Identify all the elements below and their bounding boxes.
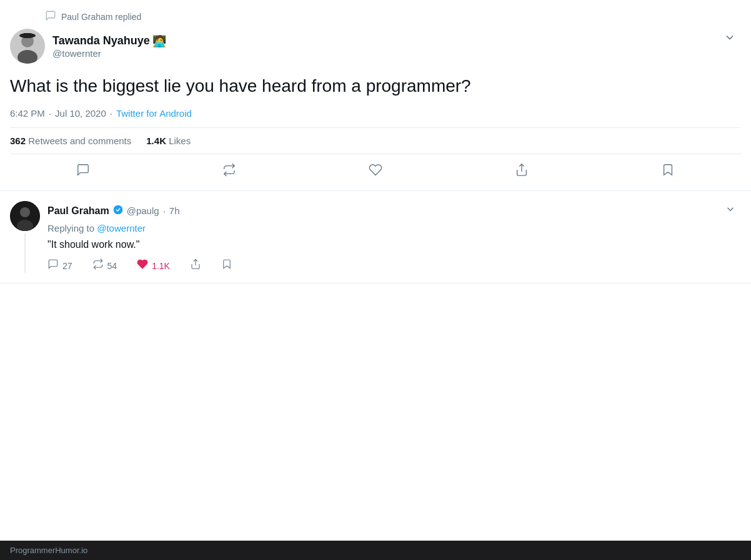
replying-to-handle[interactable]: @towernter	[97, 223, 146, 233]
retweet-stat[interactable]: 362 Retweets and comments	[10, 135, 131, 146]
dot-separator-2: ·	[110, 108, 112, 119]
likes-stat[interactable]: 1.4K Likes	[146, 135, 191, 146]
avatar[interactable]	[10, 29, 45, 64]
reply-retweet-icon	[92, 258, 104, 273]
reply-like-count: 1.1K	[152, 261, 170, 271]
reply-comment-count: 27	[62, 261, 72, 271]
reply-header: Paul Graham @paulg · 7h	[47, 201, 741, 220]
reply-like-icon	[137, 258, 148, 273]
reply-time: 7h	[169, 205, 180, 216]
reply-retweet-count: 54	[107, 261, 117, 271]
tweet-date: Jul 10, 2020	[55, 108, 106, 119]
retweet-count: 362	[10, 135, 26, 146]
comment-button[interactable]	[64, 157, 102, 183]
likes-label-text: Likes	[169, 135, 191, 146]
speech-bubble-icon	[45, 10, 56, 24]
tweet-author-left: Tawanda Nyahuye 🧑‍💻 @towernter	[10, 29, 166, 64]
thread-line	[24, 233, 26, 273]
reply-tweet-inner: Paul Graham @paulg · 7h	[10, 201, 741, 273]
reply-comment-icon	[47, 258, 59, 273]
page-wrapper: Paul Graham replied	[0, 0, 751, 560]
reply-share-action[interactable]	[190, 258, 201, 273]
svg-point-7	[20, 207, 30, 217]
author-info: Tawanda Nyahuye 🧑‍💻 @towernter	[52, 34, 166, 59]
verified-badge-icon	[113, 205, 123, 217]
author-name[interactable]: Tawanda Nyahuye 🧑‍💻	[52, 34, 166, 48]
tweet-source[interactable]: Twitter for Android	[116, 108, 192, 119]
svg-point-9	[113, 205, 122, 214]
replied-notice: Paul Graham replied	[45, 10, 741, 24]
reply-text: "It should work now."	[47, 237, 741, 252]
tweet-stats: 362 Retweets and comments 1.4K Likes	[10, 127, 741, 154]
reply-header-left: Paul Graham @paulg · 7h	[47, 205, 180, 217]
tweet-actions	[10, 154, 741, 190]
bookmark-button[interactable]	[649, 157, 687, 183]
reply-bookmark-icon	[221, 258, 232, 273]
reply-content: Paul Graham @paulg · 7h	[47, 201, 741, 273]
reply-dot: ·	[163, 205, 166, 216]
reply-share-icon	[190, 258, 201, 273]
footer-bar: ProgrammerHumor.io	[0, 541, 751, 560]
like-button[interactable]	[356, 157, 395, 183]
author-handle: @towernter	[52, 48, 166, 59]
tweet-text: What is the biggest lie you have heard f…	[10, 74, 741, 98]
reply-actions: 27 54	[47, 258, 741, 273]
reply-tweet: Paul Graham @paulg · 7h	[0, 191, 751, 283]
reply-bookmark-action[interactable]	[221, 258, 232, 273]
paul-graham-avatar[interactable]	[10, 201, 40, 231]
retweet-label-text: Retweets and comments	[28, 135, 131, 146]
share-button[interactable]	[502, 157, 541, 183]
reply-author-name[interactable]: Paul Graham	[47, 205, 109, 217]
replied-notice-text: Paul Graham replied	[61, 12, 141, 22]
tweet-author-row: Tawanda Nyahuye 🧑‍💻 @towernter	[10, 29, 741, 64]
main-tweet: Paul Graham replied	[0, 0, 751, 191]
footer-label: ProgrammerHumor.io	[10, 546, 87, 555]
likes-count: 1.4K	[146, 135, 166, 146]
retweet-button[interactable]	[210, 157, 249, 183]
reply-left	[10, 201, 40, 273]
replying-to-row: Replying to @towernter	[47, 223, 741, 233]
chevron-down-icon[interactable]	[719, 29, 741, 49]
tweet-meta: 6:42 PM · Jul 10, 2020 · Twitter for And…	[10, 108, 741, 119]
reply-retweet-action[interactable]: 54	[92, 258, 117, 273]
reply-like-action[interactable]: 1.1K	[137, 258, 170, 273]
reply-handle: @paulg	[127, 205, 159, 216]
replying-to-label: Replying to	[47, 223, 94, 233]
svg-rect-4	[22, 33, 32, 38]
reply-comment-action[interactable]: 27	[47, 258, 72, 273]
dot-separator: ·	[49, 108, 51, 119]
tweet-time: 6:42 PM	[10, 108, 45, 119]
reply-chevron-icon[interactable]	[720, 201, 741, 220]
